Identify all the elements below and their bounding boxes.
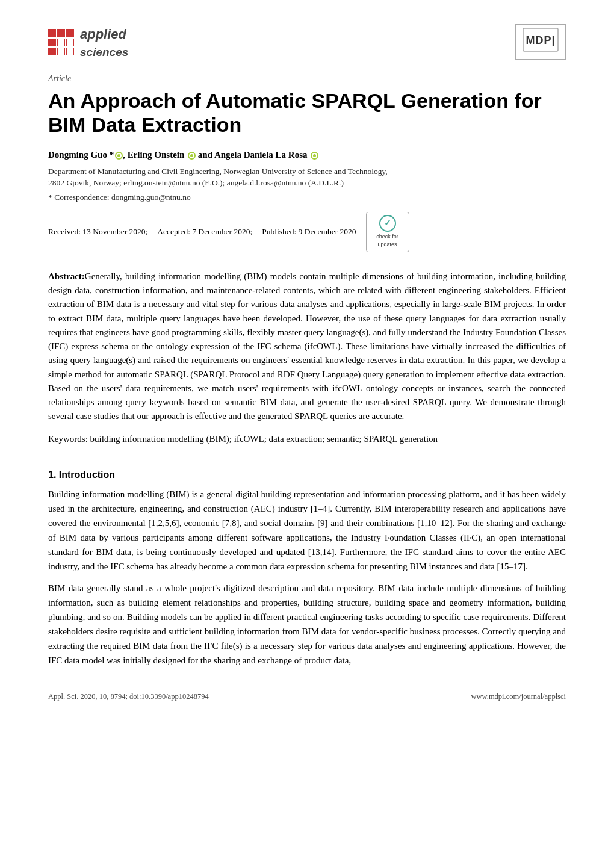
page-header: applied sciences MDP| [48, 24, 566, 61]
section1-title: 1. Introduction [48, 468, 566, 482]
page-footer: Appl. Sci. 2020, 10, 8794; doi:10.3390/a… [48, 686, 566, 702]
orcid-icon-2 [188, 152, 196, 160]
journal-logo: applied sciences [48, 24, 128, 61]
authors-line: Dongming Guo *, Erling Onstein and Angel… [48, 148, 566, 162]
keywords-text: building information modelling (BIM); if… [90, 434, 438, 444]
received-date: Received: 13 November 2020; [48, 226, 147, 238]
orcid-icon-1 [115, 152, 123, 160]
svg-text:MDP|: MDP| [526, 34, 555, 46]
affiliation: Department of Manufacturing and Civil En… [48, 166, 566, 189]
published-date: Published: 9 December 2020 [262, 226, 356, 238]
accepted-date: Accepted: 7 December 2020; [157, 226, 252, 238]
orcid-icon-3 [311, 152, 318, 160]
divider-1 [48, 261, 566, 261]
abstract-body: Generally, building information modellin… [48, 271, 566, 421]
article-label: Article [48, 72, 566, 85]
abstract-section: Abstract:Generally, building information… [48, 270, 566, 424]
correspondence: * Correspondence: dongming.guo@ntnu.no [48, 191, 566, 203]
check-updates-icon: ✓ [379, 215, 396, 232]
dates-row: Received: 13 November 2020; Accepted: 7 … [48, 212, 566, 252]
keywords-label: Keywords: [48, 434, 88, 444]
mdpi-logo: MDP| [515, 24, 566, 60]
abstract-label: Abstract: [48, 271, 85, 281]
footer-citation: Appl. Sci. 2020, 10, 8794; doi:10.3390/a… [48, 691, 209, 702]
check-updates-label: check forupdates [376, 233, 398, 249]
logo-sciences: sciences [80, 44, 128, 61]
divider-2 [48, 454, 566, 454]
footer-url: www.mdpi.com/journal/applsci [471, 691, 566, 702]
article-title: An Approach of Automatic SPARQL Generati… [48, 88, 566, 138]
abstract-text: Abstract:Generally, building information… [48, 270, 566, 424]
check-updates-badge: ✓ check forupdates [366, 212, 409, 252]
keywords-line: Keywords: building information modelling… [48, 432, 566, 446]
body-para2: BIM data generally stand as a whole proj… [48, 581, 566, 668]
body-para1: Building information modelling (BIM) is … [48, 487, 566, 574]
logo-applied: applied [80, 24, 128, 44]
